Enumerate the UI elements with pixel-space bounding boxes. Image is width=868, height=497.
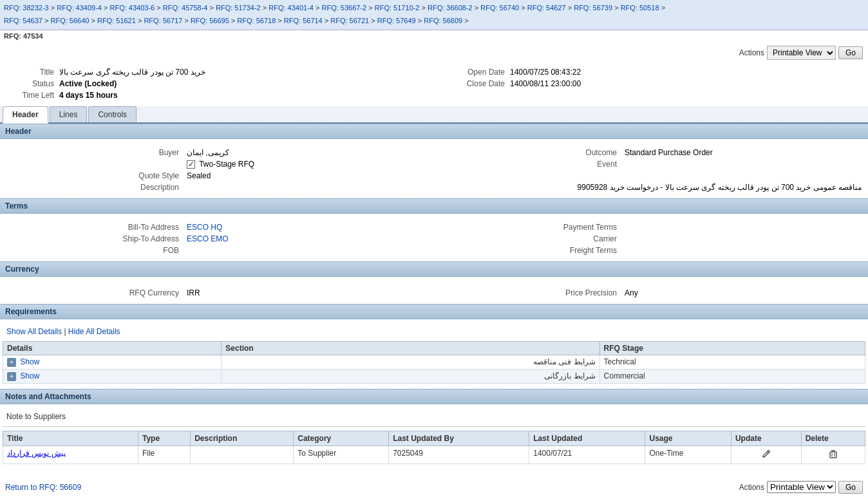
currency-section-title: Currency bbox=[0, 261, 868, 277]
ship-to-label: Ship-To Address bbox=[3, 233, 183, 245]
requirements-table: Details Section RFQ Stage + Show شرایط ف… bbox=[3, 341, 865, 384]
breadcrumb-rfq-56695[interactable]: RFQ: 56695 > bbox=[191, 17, 235, 24]
req-row-0-show-link[interactable]: Show bbox=[20, 357, 39, 366]
current-rfq-title: RFQ: 47534 bbox=[0, 30, 868, 42]
breadcrumb-rfq-43401-4[interactable]: RFQ: 43401-4 > bbox=[269, 4, 319, 12]
req-row-1: + Show شرایط بازرگانی Commercial bbox=[3, 369, 865, 383]
hide-all-details-link[interactable]: Hide All Details bbox=[68, 327, 120, 336]
buyer-label: Buyer bbox=[3, 147, 183, 158]
header-section-title: Header bbox=[0, 124, 868, 139]
payment-terms-label: Payment Terms bbox=[492, 221, 621, 233]
breadcrumb-rfq-36608-2[interactable]: RFQ: 36608-2 > bbox=[428, 4, 478, 12]
req-row-0: + Show شرایط فنی مناقصه Technical bbox=[3, 355, 865, 369]
open-date-label: Open Date bbox=[456, 66, 507, 78]
attach-col-last-updated-by: Last Updated By bbox=[389, 431, 529, 445]
two-stage-rfq-field: Two-Stage RFQ bbox=[183, 158, 492, 170]
bottom-printable-view-select[interactable]: Printable View bbox=[767, 481, 836, 493]
attach-delete-0[interactable] bbox=[801, 445, 865, 464]
divider bbox=[3, 426, 865, 427]
bottom-actions-bar: Return to RFQ: 56609 Actions Printable V… bbox=[0, 476, 868, 497]
breadcrumb-rfq-38232-3[interactable]: RFQ: 38232-3 > bbox=[4, 4, 55, 12]
bill-to-value[interactable]: ESCO HQ bbox=[183, 221, 492, 233]
attach-usage-0: One-Time bbox=[645, 445, 731, 464]
requirements-section-title: Requirements bbox=[0, 304, 868, 319]
bottom-go-button[interactable]: Go bbox=[838, 481, 863, 494]
breadcrumb-rfq-56714[interactable]: RFQ: 56714 > bbox=[284, 17, 328, 24]
breadcrumb-rfq-56740[interactable]: RFQ: 56740 > bbox=[480, 4, 525, 12]
breadcrumb-rfq-56717[interactable]: RFQ: 56717 > bbox=[144, 17, 188, 24]
breadcrumb-rfq-45758-4[interactable]: RFQ: 45758-4 > bbox=[163, 4, 214, 12]
return-to-rfq-link[interactable]: Return to RFQ: 56609 bbox=[5, 483, 81, 492]
req-row-0-section: شرایط فنی مناقصه bbox=[222, 355, 599, 369]
buyer-value: کریمی, ایمان bbox=[183, 147, 492, 158]
attach-col-update: Update bbox=[731, 431, 801, 445]
price-precision-value: Any bbox=[621, 287, 865, 299]
attach-col-type: Type bbox=[138, 431, 190, 445]
req-row-0-rfq-stage: Technical bbox=[599, 355, 865, 369]
req-row-0-plus-icon[interactable]: + bbox=[7, 358, 16, 367]
attachments-table: Title Type Description Category Last Upd… bbox=[3, 431, 865, 464]
show-all-details-link[interactable]: Show All Details bbox=[6, 327, 62, 336]
breadcrumb-rfq-56739[interactable]: RFQ: 56739 > bbox=[574, 4, 618, 12]
breadcrumb-rfq-56609[interactable]: RFQ: 56609 > bbox=[424, 17, 468, 24]
description-label: Description bbox=[3, 182, 183, 193]
top-go-button[interactable]: Go bbox=[838, 46, 863, 59]
printable-view-select[interactable]: Printable View bbox=[767, 46, 836, 60]
title-label: Title bbox=[5, 66, 57, 78]
tab-header[interactable]: Header bbox=[3, 106, 48, 124]
svg-rect-1 bbox=[830, 452, 836, 458]
bottom-actions-right: Actions Printable View Go bbox=[739, 481, 863, 494]
breadcrumb-rfq-54637[interactable]: RFQ: 54637 > bbox=[4, 17, 48, 24]
attachment-row-0: پیش نویس قرارداد File To Supplier 702504… bbox=[3, 445, 865, 464]
rfq-header-info: Title خرید 700 تن پودر قالب ریخته گری سر… bbox=[0, 64, 868, 106]
breadcrumb-rfq-53667-2[interactable]: RFQ: 53667-2 > bbox=[322, 4, 373, 12]
delete-icon-0[interactable] bbox=[828, 449, 838, 459]
req-row-0-details: + Show bbox=[3, 355, 222, 369]
main-content: ارتباط Header Buyer کریمی, ایمان Outcome… bbox=[0, 124, 868, 469]
ship-to-value[interactable]: ESCO EMO bbox=[183, 233, 492, 245]
status-value: Active (Locked) bbox=[57, 78, 379, 89]
attach-last-updated-by-0: 7025049 bbox=[389, 445, 529, 464]
requirements-section-content: Show All Details | Hide All Details Deta… bbox=[0, 319, 868, 389]
svg-line-0 bbox=[767, 451, 768, 453]
header-section-content: Buyer کریمی, ایمان Outcome Standard Purc… bbox=[0, 139, 868, 198]
edit-icon-0[interactable] bbox=[761, 449, 771, 459]
attach-col-delete: Delete bbox=[801, 431, 865, 445]
attach-title-0[interactable]: پیش نویس قرارداد bbox=[3, 445, 138, 464]
breadcrumb-rfq-54627[interactable]: RFQ: 54627 > bbox=[527, 4, 572, 12]
breadcrumb-rfq-51710-2[interactable]: RFQ: 51710-2 > bbox=[375, 4, 426, 12]
description-value: مناقصه عمومی خرید 700 تن پودر قالب ریخته… bbox=[183, 182, 865, 193]
req-row-1-show-link[interactable]: Show bbox=[20, 371, 39, 380]
top-actions-bar: Actions Printable View Go bbox=[0, 42, 868, 64]
attach-category-0: To Supplier bbox=[294, 445, 389, 464]
attach-last-updated-0: 1400/07/21 bbox=[529, 445, 645, 464]
req-row-1-plus-icon[interactable]: + bbox=[7, 372, 16, 381]
time-left-label: Time Left bbox=[5, 89, 57, 101]
breadcrumb-rfq-51621[interactable]: RFQ: 51621 > bbox=[97, 17, 142, 24]
attach-col-last-updated: Last Updated bbox=[529, 431, 645, 445]
attach-type-0: File bbox=[138, 445, 190, 464]
time-left-value: 4 days 15 hours bbox=[57, 89, 379, 101]
breadcrumb-rfq-51734-2[interactable]: RFQ: 51734-2 > bbox=[216, 4, 267, 12]
breadcrumb-rfq-43403-6[interactable]: RFQ: 43403-6 > bbox=[110, 4, 161, 12]
breadcrumb-rfq-43409-4[interactable]: RFQ: 43409-4 > bbox=[57, 4, 108, 12]
breadcrumb-rfq-56718[interactable]: RFQ: 56718 > bbox=[237, 17, 281, 24]
notes-section-content: Note to Suppliers Title Type Description… bbox=[0, 404, 868, 469]
breadcrumb-rfq-56721[interactable]: RFQ: 56721 > bbox=[330, 17, 375, 24]
fob-label: FOB bbox=[3, 245, 183, 256]
breadcrumb-rfq-56640[interactable]: RFQ: 56640 > bbox=[50, 17, 95, 24]
breadcrumb-rfq-57649[interactable]: RFQ: 57649 > bbox=[377, 17, 422, 24]
attach-update-0[interactable] bbox=[731, 445, 801, 464]
tab-lines[interactable]: Lines bbox=[50, 106, 88, 122]
req-row-1-rfq-stage: Commercial bbox=[599, 369, 865, 383]
rfq-currency-value: IRR bbox=[183, 287, 492, 299]
breadcrumb-rfq-50518[interactable]: RFQ: 50518 > bbox=[621, 4, 665, 12]
req-col-details: Details bbox=[3, 341, 222, 355]
tab-controls[interactable]: Controls bbox=[88, 106, 137, 122]
attach-col-category: Category bbox=[294, 431, 389, 445]
bill-to-label: Bill-To Address bbox=[3, 221, 183, 233]
outcome-value: Standard Purchase Order bbox=[621, 147, 865, 158]
close-date-label: Close Date bbox=[456, 78, 507, 89]
attach-description-0 bbox=[191, 445, 294, 464]
status-label: Status bbox=[5, 78, 57, 89]
